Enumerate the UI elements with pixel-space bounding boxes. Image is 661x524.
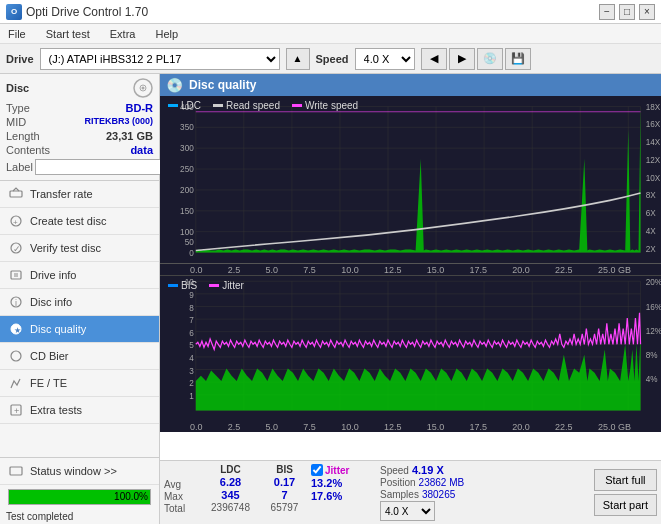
start-part-button[interactable]: Start part — [594, 494, 657, 516]
write-speed-color — [292, 104, 302, 107]
nav-disc-info-label: Disc info — [30, 296, 72, 308]
menu-extra[interactable]: Extra — [106, 27, 140, 41]
disc-icon — [133, 78, 153, 98]
svg-rect-3 — [10, 191, 22, 197]
legend-jitter: Jitter — [209, 280, 244, 291]
nav-items: Transfer rate + Create test disc ✓ Verif… — [0, 181, 159, 457]
nav-fe-te[interactable]: FE / TE — [0, 370, 159, 397]
speed-next-button[interactable]: ▶ — [449, 48, 475, 70]
drive-select[interactable]: (J:) ATAPI iHBS312 2 PL17 — [40, 48, 280, 70]
titlebar-left: O Opti Drive Control 1.70 — [6, 4, 148, 20]
speed-dropdown[interactable]: 4.0 X — [380, 501, 435, 521]
legend-ldc: LDC — [168, 100, 201, 111]
fe-te-icon — [8, 375, 24, 391]
svg-text:3: 3 — [189, 366, 194, 376]
stats-jitter-col: Jitter 13.2% 17.6% — [311, 464, 376, 521]
status-window-button[interactable]: Status window >> — [0, 458, 159, 485]
status-section: Status window >> 100.0% Test completed — [0, 457, 159, 524]
nav-fe-te-label: FE / TE — [30, 377, 67, 389]
speed-info-value: 4.19 X — [412, 464, 444, 476]
chart2-bis: BIS Jitter — [160, 276, 661, 421]
jitter-checkbox[interactable] — [311, 464, 323, 476]
titlebar-controls[interactable]: − □ × — [599, 4, 655, 20]
jitter-max: 17.6% — [311, 490, 376, 502]
disc-type-row: Type BD-R — [6, 102, 153, 114]
nav-disc-info[interactable]: i Disc info — [0, 289, 159, 316]
bis-total: 65797 — [262, 502, 307, 513]
legend-bis: BIS — [168, 280, 197, 291]
position-label: Position — [380, 477, 416, 488]
extra-tests-icon: + — [8, 402, 24, 418]
eject-button[interactable]: ▲ — [286, 48, 310, 70]
maximize-button[interactable]: □ — [619, 4, 635, 20]
svg-text:300: 300 — [180, 144, 194, 153]
nav-drive-info[interactable]: Drive info — [0, 262, 159, 289]
menu-start-test[interactable]: Start test — [42, 27, 94, 41]
nav-extra-tests-label: Extra tests — [30, 404, 82, 416]
svg-text:100: 100 — [180, 228, 194, 237]
svg-text:★: ★ — [14, 326, 21, 335]
speed-select[interactable]: 4.0 X — [355, 48, 415, 70]
svg-text:20%: 20% — [646, 277, 661, 287]
speed-prev-button[interactable]: ◀ — [421, 48, 447, 70]
disc-panel: Disc Type BD-R MID RITEKBR3 (000) Lengt — [0, 74, 159, 181]
speed-label: Speed — [316, 53, 349, 65]
menu-file[interactable]: File — [4, 27, 30, 41]
nav-verify-test-disc[interactable]: ✓ Verify test disc — [0, 235, 159, 262]
minimize-button[interactable]: − — [599, 4, 615, 20]
status-window-icon — [8, 463, 24, 479]
chart2-xaxis: 0.0 2.5 5.0 7.5 10.0 12.5 15.0 17.5 20.0… — [160, 421, 661, 432]
start-full-button[interactable]: Start full — [594, 469, 657, 491]
read-speed-color — [213, 104, 223, 107]
legend-write-speed: Write speed — [292, 100, 358, 111]
content-header-title: Disc quality — [189, 78, 256, 92]
progress-text: 100.0% — [114, 491, 148, 502]
svg-text:150: 150 — [180, 207, 194, 216]
svg-rect-8 — [11, 271, 21, 279]
jitter-avg: 13.2% — [311, 477, 376, 489]
position-row: Position 23862 MB — [380, 477, 464, 488]
nav-disc-quality-label: Disc quality — [30, 323, 86, 335]
avg-label: Avg — [164, 479, 199, 490]
bis-max: 7 — [262, 489, 307, 501]
max-label: Max — [164, 491, 199, 502]
samples-value: 380265 — [422, 489, 455, 500]
samples-row: Samples 380265 — [380, 489, 464, 500]
svg-text:8X: 8X — [646, 191, 656, 200]
svg-text:6: 6 — [189, 328, 194, 338]
chart1-ldc: LDC Read speed Write speed — [160, 96, 661, 264]
label-input[interactable] — [35, 159, 168, 175]
stats-bis-col: BIS 0.17 7 65797 — [262, 464, 307, 521]
menubar: File Start test Extra Help — [0, 24, 661, 44]
disc-label-row: Label 🔍 — [6, 158, 153, 176]
disc-load-button[interactable]: 💿 — [477, 48, 503, 70]
svg-text:+: + — [13, 218, 18, 227]
legend-read-speed: Read speed — [213, 100, 280, 111]
nav-extra-tests[interactable]: + Extra tests — [0, 397, 159, 424]
svg-text:4: 4 — [189, 353, 194, 363]
disc-quality-icon: ★ — [8, 321, 24, 337]
stats-speed-col: Speed 4.19 X Position 23862 MB Samples 3… — [380, 464, 464, 521]
nav-disc-quality[interactable]: ★ Disc quality — [0, 316, 159, 343]
nav-create-test-disc[interactable]: + Create test disc — [0, 208, 159, 235]
chart2-svg: 10 9 8 7 6 5 4 3 2 1 20% 16% 12% 8% 4% — [160, 276, 661, 421]
svg-text:350: 350 — [180, 123, 194, 132]
menu-help[interactable]: Help — [151, 27, 182, 41]
svg-rect-18 — [10, 467, 22, 475]
disc-contents-row: Contents data — [6, 144, 153, 156]
disc-title: Disc — [6, 82, 29, 94]
nav-cd-bier[interactable]: CD Bier — [0, 343, 159, 370]
disc-mid-row: MID RITEKBR3 (000) — [6, 116, 153, 128]
disc-info-icon: i — [8, 294, 24, 310]
svg-text:9: 9 — [189, 290, 194, 300]
ldc-header: LDC — [203, 464, 258, 475]
chart1-xaxis: 0.0 2.5 5.0 7.5 10.0 12.5 15.0 17.5 20.0… — [160, 264, 661, 276]
save-button[interactable]: 💾 — [505, 48, 531, 70]
disc-header: Disc — [6, 78, 153, 98]
main: Disc Type BD-R MID RITEKBR3 (000) Lengt — [0, 74, 661, 524]
verify-test-disc-icon: ✓ — [8, 240, 24, 256]
nav-transfer-rate[interactable]: Transfer rate — [0, 181, 159, 208]
cd-bier-icon — [8, 348, 24, 364]
svg-text:8%: 8% — [646, 350, 658, 360]
close-button[interactable]: × — [639, 4, 655, 20]
